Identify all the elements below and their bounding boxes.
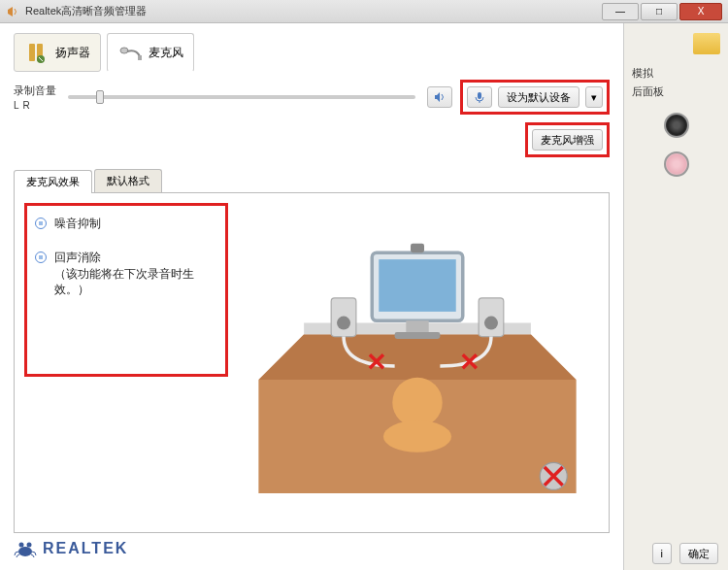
svg-rect-5 (478, 92, 481, 99)
microphone-icon (117, 40, 143, 65)
set-default-button[interactable]: 设为默认设备 (498, 86, 579, 108)
window-title: Realtek高清晰音频管理器 (25, 4, 602, 18)
tab-speaker[interactable]: 扬声器 (14, 33, 101, 72)
tab-microphone-label: 麦克风 (149, 45, 183, 61)
highlight-box-options: 噪音抑制 回声消除 （该功能将在下次录音时生效。） (24, 203, 228, 377)
highlight-box-boost: 麦克风增强 (525, 122, 610, 157)
mic-array-icon (473, 90, 486, 104)
crab-icon (14, 539, 37, 558)
option-noise-suppression[interactable]: 噪音抑制 (35, 216, 217, 232)
highlight-box-controls: 设为默认设备 ▾ (460, 80, 610, 115)
svg-point-21 (18, 547, 32, 556)
set-default-dropdown[interactable]: ▾ (585, 86, 603, 108)
info-button[interactable]: i (652, 543, 672, 564)
channel-R: R (23, 100, 30, 111)
echo-cancel-label: 回声消除 （该功能将在下次录音时生效。） (54, 250, 217, 298)
speaker-sound-icon (433, 90, 447, 104)
svg-rect-12 (395, 332, 441, 339)
radio-icon (35, 251, 47, 263)
logo-text: REALTEK (43, 540, 128, 557)
close-button[interactable]: X (679, 3, 722, 20)
svg-point-22 (19, 543, 24, 548)
illustration (236, 203, 599, 522)
volume-label: 录制音量 (14, 84, 56, 98)
device-tabs: 扬声器 麦克风 (14, 33, 610, 72)
maximize-button[interactable]: □ (641, 3, 678, 20)
volume-thumb[interactable] (96, 90, 104, 104)
ok-label: 确定 (688, 547, 710, 561)
radio-icon (35, 218, 47, 229)
bottom-buttons: i 确定 (652, 543, 718, 564)
echo-cancel-title: 回声消除 (54, 251, 101, 264)
mic-settings-button[interactable] (467, 86, 492, 108)
svg-rect-13 (411, 244, 424, 252)
tab-default-format[interactable]: 默认格式 (94, 169, 162, 192)
option-echo-cancel[interactable]: 回声消除 （该功能将在下次录音时生效。） (35, 250, 217, 298)
realtek-logo: REALTEK (14, 539, 128, 558)
svg-rect-4 (138, 55, 142, 60)
set-default-label: 设为默认设备 (507, 90, 571, 105)
svg-point-15 (337, 317, 350, 330)
mic-boost-label: 麦克风增强 (541, 133, 594, 148)
echo-cancel-note: （该功能将在下次录音时生效。） (54, 267, 194, 297)
tab-microphone[interactable]: 麦克风 (107, 33, 194, 72)
mute-button[interactable] (427, 86, 452, 108)
svg-point-23 (27, 543, 32, 548)
svg-point-19 (383, 420, 451, 453)
volume-row: 录制音量 L R 设为默认设备 ▾ (14, 80, 610, 115)
footer: REALTEK (14, 533, 610, 564)
minimize-button[interactable]: — (602, 3, 639, 20)
jack-pink[interactable] (664, 151, 689, 177)
side-panel: 模拟 后面板 (623, 23, 728, 570)
app-icon (6, 5, 19, 18)
svg-point-17 (484, 317, 498, 330)
volume-slider[interactable] (68, 95, 415, 99)
svg-marker-6 (258, 334, 576, 380)
window-buttons: — □ X (602, 3, 722, 20)
info-icon: i (661, 548, 663, 559)
analog-label: 模拟 (632, 66, 720, 81)
svg-point-18 (392, 378, 442, 427)
folder-icon[interactable] (693, 33, 720, 54)
svg-rect-10 (379, 259, 455, 312)
svg-rect-0 (29, 44, 35, 61)
title-bar: Realtek高清晰音频管理器 — □ X (0, 0, 728, 23)
svg-rect-11 (406, 320, 428, 332)
jack-black[interactable] (664, 113, 689, 138)
options-column: 噪音抑制 回声消除 （该功能将在下次录音时生效。） (24, 203, 228, 522)
noise-suppression-label: 噪音抑制 (54, 216, 101, 232)
svg-point-3 (120, 48, 128, 53)
tab-speaker-label: 扬声器 (55, 45, 90, 61)
chevron-down-icon: ▾ (591, 91, 597, 104)
mic-boost-button[interactable]: 麦克风增强 (532, 129, 603, 151)
ok-button[interactable]: 确定 (679, 543, 718, 564)
sub-tabs: 麦克风效果 默认格式 (14, 169, 610, 193)
effects-panel: 噪音抑制 回声消除 （该功能将在下次录音时生效。） (14, 193, 610, 533)
desk-scene-icon (236, 203, 599, 522)
volume-label-area: 录制音量 L R (14, 84, 56, 111)
channel-L: L (14, 100, 19, 111)
back-panel-label: 后面板 (632, 84, 720, 99)
speaker-icon (24, 40, 50, 65)
tab-mic-effects[interactable]: 麦克风效果 (14, 170, 92, 193)
